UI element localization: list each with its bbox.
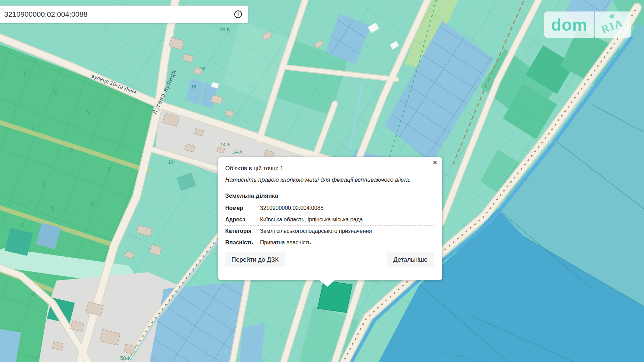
search-input[interactable] [0, 6, 228, 23]
table-row: Номер 3210900000:02:004:0088 [225, 203, 434, 214]
ria-logo-text: RIA [599, 16, 625, 36]
go-to-dzk-button[interactable]: Перейти до ДЗК [225, 252, 285, 267]
parcel-label-58k: 58-К [120, 355, 131, 361]
popup-hint-line: Натисніть правою кнопкою миші для фіксац… [225, 176, 434, 183]
table-row: Категорія Землі сільськогосподарського п… [225, 226, 434, 237]
parcel-label-14b: 14-Б [220, 142, 230, 147]
table-row: Власність Приватна власність [225, 237, 434, 248]
field-value: Приватна власність [260, 239, 311, 246]
field-label: Власність [225, 239, 260, 246]
popup-section-title: Земельна ділянка [225, 192, 434, 199]
table-row: Адреса Київська область, Ірпінська міськ… [225, 214, 434, 226]
ria-logo: ★ RIA [595, 11, 631, 38]
parcel-label-16: 16 [191, 84, 196, 89]
popup-callout-arrow [320, 280, 335, 287]
parcel-attributes-table: Номер 3210900000:02:004:0088 Адреса Київ… [225, 203, 434, 248]
field-value: 3210900000:02:004:0088 [260, 205, 323, 211]
dom-ria-watermark: dom ★ RIA [544, 11, 631, 38]
info-icon: i [234, 10, 242, 18]
parcel-info-popup: × Об'єктів в цій точці: 1 Натисніть прав… [218, 157, 442, 280]
details-button[interactable]: Детальніше [387, 252, 434, 267]
cadastral-map-app: вулиця 10-та Лінія Лугова вулиця 30-Б 28… [0, 0, 644, 362]
info-button[interactable]: i [228, 6, 248, 23]
field-value: Київська область, Ірпінська міська рада [260, 217, 363, 223]
field-label: Номер [225, 205, 260, 211]
search-bar: i [0, 6, 248, 23]
close-icon[interactable]: × [433, 159, 437, 166]
parcel-label-30b: 30-Б [220, 27, 230, 32]
field-value: Землі сільськогосподарського призначення [260, 228, 372, 234]
parcel-label-14a: 14-А [233, 149, 243, 155]
field-label: Адреса [225, 217, 260, 223]
parcel-label-10g: 10г [168, 159, 175, 165]
parcel-label-28: 28 [200, 66, 205, 71]
objects-count-line: Об'єктів в цій точці: 1 [225, 165, 434, 172]
dom-logo: dom [544, 11, 594, 38]
field-label: Категорія [225, 228, 260, 234]
